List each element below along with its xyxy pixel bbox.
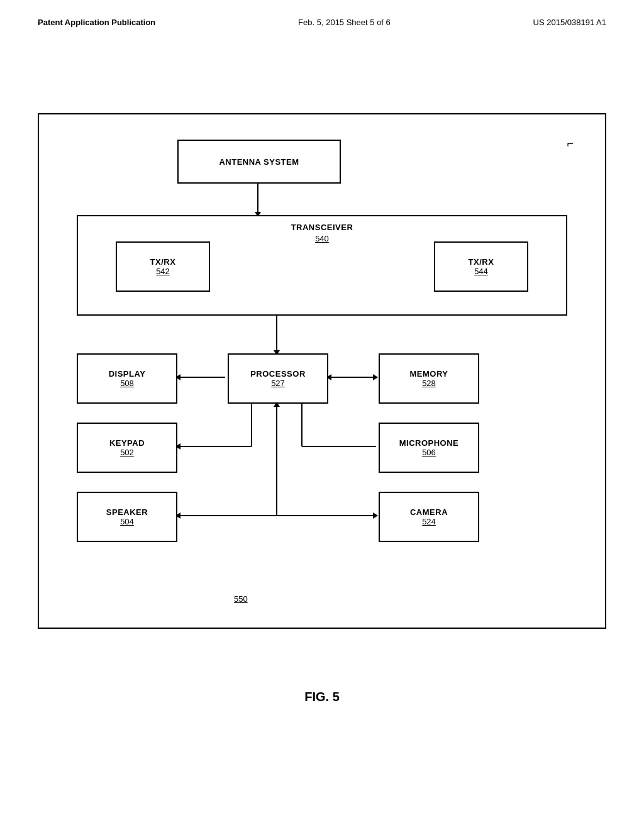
memory-box: MEMORY 528 [379,353,479,404]
tx542-box: TX/RX 542 [116,241,210,292]
keypad-box: KEYPAD 502 [77,423,177,473]
keypad-label: KEYPAD [109,438,145,448]
antenna-label: ANTENNA SYSTEM [219,157,299,167]
speaker-box: SPEAKER 504 [77,492,177,542]
display-label: DISPLAY [109,369,146,379]
diagram-border: ANTENNA SYSTEM TRANSCEIVER 540 TX/RX 542… [38,113,606,629]
tx542-label: TX/RX [150,257,176,267]
keypad-num: 502 [120,448,134,457]
processor-box: PROCESSOR 527 [228,353,328,404]
bus-label: 550 [234,594,248,604]
display-box: DISPLAY 508 [77,353,177,404]
header-date-sheet: Feb. 5, 2015 Sheet 5 of 6 [298,18,391,27]
header-patent-number: US 2015/038191 A1 [533,18,606,27]
camera-num: 524 [422,517,436,526]
camera-box: CAMERA 524 [379,492,479,542]
transceiver-box: TRANSCEIVER 540 TX/RX 542 TX/RX 544 [77,215,567,316]
speaker-label: SPEAKER [106,507,148,517]
memory-label: MEMORY [409,369,448,379]
header-publication: Patent Application Publication [38,18,155,27]
tx544-box: TX/RX 544 [434,241,528,292]
display-num: 508 [120,379,134,388]
ref-500-arc: ⌐ [567,137,574,150]
microphone-box: MICROPHONE 506 [379,423,479,473]
processor-label: PROCESSOR [250,369,306,379]
speaker-num: 504 [120,517,134,526]
transceiver-label: TRANSCEIVER [291,223,353,232]
antenna-system-box: ANTENNA SYSTEM [177,140,341,184]
camera-label: CAMERA [410,507,448,517]
microphone-label: MICROPHONE [399,438,459,448]
page-header: Patent Application Publication Feb. 5, 2… [0,0,644,27]
transceiver-num: 540 [315,234,329,243]
tx544-label: TX/RX [469,257,494,267]
processor-num: 527 [271,379,285,388]
tx544-num: 544 [474,267,488,276]
figure-caption: FIG. 5 [0,690,644,704]
tx542-num: 542 [156,267,170,276]
microphone-num: 506 [422,448,436,457]
memory-num: 528 [422,379,436,388]
